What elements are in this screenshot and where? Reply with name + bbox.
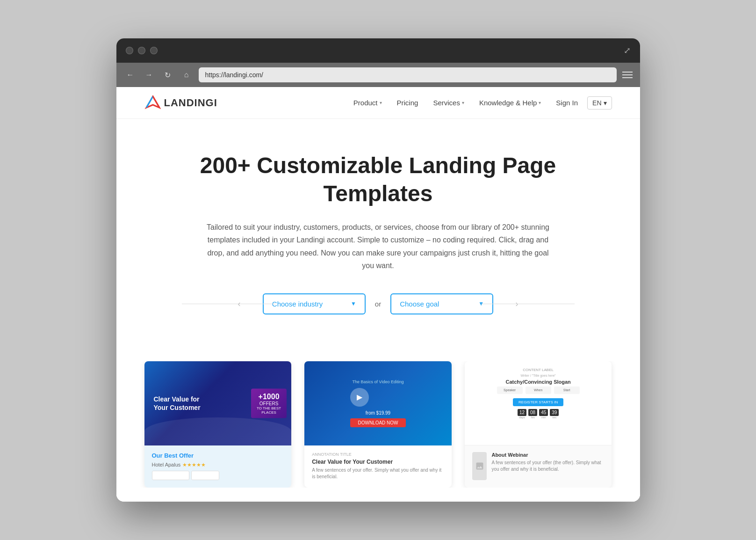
url-text: https://landingi.com/ — [205, 71, 264, 79]
goal-dropdown[interactable]: Choose goal ▼ — [390, 293, 493, 314]
card-image-video: The Basics of Video Editing ▶ from $19.9… — [304, 361, 452, 445]
industry-label: Choose industry — [272, 300, 323, 308]
window-controls — [126, 47, 158, 54]
nav-services[interactable]: Services ▾ — [427, 95, 470, 110]
left-arrow-icon: ‹ — [238, 299, 241, 309]
templates-grid: Clear Value for Your Customer +1000 OFFE… — [144, 361, 612, 488]
card-webinar-description: A few sentences of your offer (the offer… — [491, 460, 604, 473]
card-video-content: The Basics of Video Editing ▶ from $19.9… — [350, 379, 405, 427]
card-cell-speaker: Speaker — [497, 387, 523, 394]
card-video-label: The Basics of Video Editing — [350, 379, 405, 384]
card-badge: +1000 OFFERS TO THE BESTPLACES — [251, 388, 287, 418]
templates-section: Clear Value for Your Customer +1000 OFFE… — [116, 361, 640, 488]
card-cta-button[interactable]: DOWNLOAD NOW — [350, 418, 405, 427]
card-image-placeholder — [472, 452, 487, 480]
nav-links: Product ▾ Pricing Services ▾ Knowledge &… — [348, 95, 612, 110]
nav-pricing[interactable]: Pricing — [391, 95, 424, 110]
card-image-webinar: CONTENT LABEL Writer / "Title goes here"… — [465, 361, 612, 445]
play-button-icon[interactable]: ▶ — [350, 388, 369, 407]
logo[interactable]: LANDINGI — [144, 95, 217, 111]
card-video-preview-bottom: ANNOTATION TITLE Clear Value for Your Cu… — [304, 445, 452, 488]
card-webinar-btn[interactable]: REGISTER STARTS IN — [471, 397, 605, 406]
card-countdown: 12 days 08 hrs 45 min — [471, 409, 605, 419]
knowledge-chevron-icon: ▾ — [539, 100, 541, 105]
address-bar: ← → ↻ ⌂ https://landingi.com/ — [116, 63, 640, 87]
maximize-button[interactable] — [150, 47, 158, 54]
card-cell-start: Start — [554, 387, 580, 394]
card-image-darkblue: The Basics of Video Editing ▶ from $19.9… — [304, 361, 452, 445]
card-input-row — [152, 471, 284, 480]
card-preview-bottom: Our Best Offer Hotel Apalus ★★★★★ — [144, 445, 292, 488]
card-headline: Clear Value for Your Customer — [154, 395, 210, 412]
hero-subtitle: Tailored to suit your industry, customer… — [201, 221, 556, 272]
hamburger-menu[interactable] — [622, 72, 633, 78]
industry-dropdown[interactable]: Choose industry ▼ — [263, 293, 366, 314]
card-bottom-title: Clear Value for Your Customer — [312, 459, 444, 465]
close-button[interactable] — [126, 47, 133, 54]
refresh-button[interactable]: ↻ — [161, 68, 174, 81]
card-annotation: ANNOTATION TITLE — [312, 452, 444, 457]
forward-button[interactable]: → — [143, 68, 156, 81]
hero-section: 200+ Customizable Landing Page Templates… — [116, 119, 640, 361]
card-webinar-text: About Webinar A few sentences of your of… — [491, 452, 604, 481]
title-bar: ⤢ — [116, 38, 640, 63]
card-offer-title: Our Best Offer — [152, 452, 284, 459]
template-card-video[interactable]: The Basics of Video Editing ▶ from $19.9… — [304, 361, 452, 488]
card-about-webinar: About Webinar — [491, 452, 604, 458]
nav-language-selector[interactable]: EN ▾ — [587, 96, 612, 109]
product-chevron-icon: ▾ — [380, 100, 382, 105]
goal-chevron-icon: ▼ — [478, 300, 484, 307]
filter-row: ‹ Choose industry ▼ or Choose goal ▼ › — [173, 293, 584, 314]
card-bottom-description: A few sentences of your offer. Simply wh… — [312, 467, 444, 480]
card-image-white: CONTENT LABEL Writer / "Title goes here"… — [465, 361, 612, 445]
card-content-label: CONTENT LABEL — [471, 368, 605, 372]
hero-title: 200+ Customizable Landing Page Templates — [173, 152, 584, 208]
card-webinar-content: CONTENT LABEL Writer / "Title goes here"… — [471, 368, 605, 419]
site-navigation: LANDINGI Product ▾ Pricing Services ▾ Kn… — [116, 87, 640, 119]
card-subtitle-label: Writer / "Title goes here" — [471, 374, 605, 377]
browser-window: ⤢ ← → ↻ ⌂ https://landingi.com/ — [116, 38, 640, 502]
home-button[interactable]: ⌂ — [180, 68, 193, 81]
logo-icon — [144, 95, 161, 111]
minimize-button[interactable] — [138, 47, 145, 54]
card-hotel-name: Hotel Apalus ★★★★★ — [152, 462, 284, 468]
card-webinar-slogan: Catchy/Convincing Slogan — [471, 379, 605, 385]
back-button[interactable]: ← — [124, 68, 137, 81]
nav-knowledge[interactable]: Knowledge & Help ▾ — [474, 95, 547, 110]
logo-text: LANDINGI — [164, 97, 217, 109]
site-content: LANDINGI Product ▾ Pricing Services ▾ Kn… — [116, 87, 640, 502]
industry-chevron-icon: ▼ — [351, 300, 356, 307]
template-card-travel[interactable]: Clear Value for Your Customer +1000 OFFE… — [144, 361, 292, 488]
nav-signin[interactable]: Sign In — [550, 95, 583, 110]
card-video-price: from $19.99 — [350, 410, 405, 416]
goal-label: Choose goal — [400, 300, 439, 308]
card-webinar-row: Speaker When Start — [471, 387, 605, 394]
or-separator: or — [375, 300, 381, 308]
template-card-webinar[interactable]: CONTENT LABEL Writer / "Title goes here"… — [465, 361, 612, 488]
card-image-blue: Clear Value for Your Customer +1000 OFFE… — [144, 361, 292, 445]
lang-chevron-icon: ▾ — [604, 99, 607, 107]
services-chevron-icon: ▾ — [462, 100, 464, 105]
right-arrow-icon: › — [516, 299, 518, 309]
card-cell-when: When — [526, 387, 551, 394]
expand-icon[interactable]: ⤢ — [624, 45, 631, 56]
card-webinar-preview-bottom: About Webinar A few sentences of your of… — [465, 445, 612, 488]
nav-product[interactable]: Product ▾ — [348, 95, 388, 110]
card-register-button[interactable]: REGISTER STARTS IN — [513, 398, 563, 406]
card-image-travel: Clear Value for Your Customer +1000 OFFE… — [144, 361, 292, 445]
bottom-spacer — [116, 488, 640, 502]
url-bar[interactable]: https://landingi.com/ — [199, 67, 617, 82]
